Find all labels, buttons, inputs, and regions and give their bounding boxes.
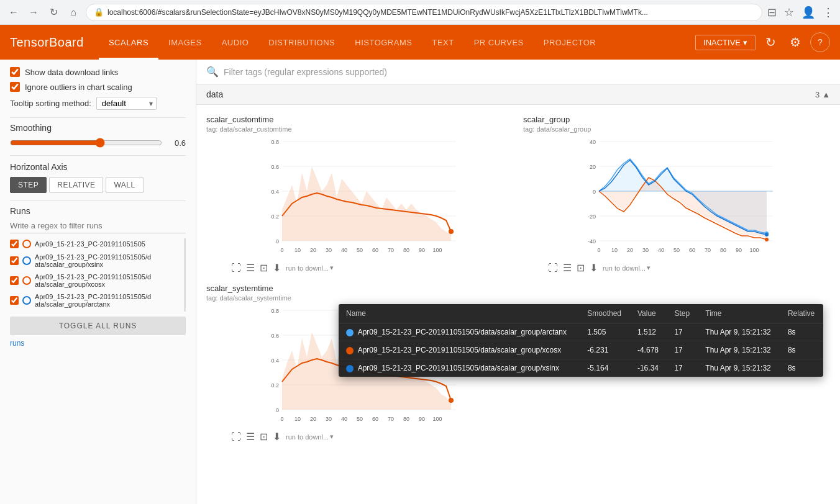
show-data-download-checkbox[interactable] [10, 67, 20, 77]
run-4-checkbox[interactable] [10, 296, 19, 305]
ignore-outliers-checkbox[interactable] [10, 82, 20, 92]
svg-text:20: 20 [310, 416, 316, 422]
filter-bar: 🔍 [196, 60, 840, 84]
svg-text:0: 0 [276, 407, 279, 413]
chart-3-download-button[interactable]: ⬇ [273, 431, 281, 443]
svg-text:10: 10 [611, 247, 618, 253]
chart-1-download-button[interactable]: ⬇ [273, 262, 281, 274]
nav-item-pr-curves[interactable]: PR CURVES [464, 25, 534, 60]
forward-button[interactable]: → [26, 5, 41, 20]
refresh-button[interactable]: ↻ [760, 32, 780, 52]
tooltip-sort-select[interactable]: default ascending descending nearest [96, 97, 157, 110]
smoothing-slider[interactable] [10, 138, 162, 148]
nav-item-projector[interactable]: PROJECTOR [534, 25, 606, 60]
svg-text:0.4: 0.4 [271, 189, 279, 195]
runs-footer[interactable]: runs [10, 339, 186, 348]
reload-button[interactable]: ↻ [46, 5, 61, 20]
run-1-checkbox[interactable] [10, 240, 19, 248]
run-3-checkbox[interactable] [10, 276, 19, 285]
nav-item-scalars[interactable]: SCALARS [99, 25, 158, 60]
section-collapse-icon[interactable]: ▲ [822, 90, 830, 99]
settings-button[interactable]: ⚙ [785, 32, 805, 52]
chart-2-run-download-icon: ▾ [647, 264, 651, 272]
h-axis-wall-button[interactable]: WALL [106, 177, 143, 193]
filter-input[interactable] [224, 67, 830, 77]
nav-item-images[interactable]: IMAGES [158, 25, 212, 60]
chart-2-actions: ⛶ ☰ ⊡ ⬇ run to downl... ▾ [523, 262, 830, 274]
chart-2-list-button[interactable]: ☰ [563, 262, 572, 274]
tooltip-row-3-value: -16.34 [630, 359, 667, 377]
chart-3-fit-button[interactable]: ⊡ [260, 431, 268, 443]
smoothing-section: Smoothing 0.6 [10, 123, 186, 148]
svg-text:0: 0 [280, 416, 283, 422]
h-axis-relative-button[interactable]: RELATIVE [49, 177, 103, 193]
help-button[interactable]: ? [810, 32, 830, 52]
svg-text:50: 50 [673, 247, 680, 253]
toggle-all-button[interactable]: TOGGLE ALL RUNS [10, 317, 186, 335]
svg-text:10: 10 [294, 247, 301, 253]
h-axis-step-button[interactable]: STEP [10, 177, 47, 193]
tooltip-header-value: Value [630, 304, 667, 323]
tooltip-row-2-relative: 8s [780, 341, 823, 359]
svg-point-45 [765, 238, 769, 241]
account-icon[interactable]: 👤 [801, 6, 815, 19]
nav-item-audio[interactable]: AUDIO [212, 25, 259, 60]
chart-2-run-download-label: run to downl... [603, 264, 646, 272]
inactive-dropdown-icon: ▾ [743, 38, 747, 47]
run-2-checkbox[interactable] [10, 256, 19, 265]
chart-2-download-button[interactable]: ⬇ [590, 262, 598, 274]
inactive-button[interactable]: INACTIVE ▾ [695, 35, 756, 50]
run-4-label: Apr09_15-21-23_PC-201911051505/data/scal… [35, 293, 151, 308]
svg-text:90: 90 [736, 247, 742, 253]
svg-text:80: 80 [403, 416, 409, 422]
chart-1-title: scalar_customtime [206, 115, 513, 124]
chart-2-fit-button[interactable]: ⊡ [577, 262, 585, 274]
run-3-label: Apr09_15-21-23_PC-201911051505/data/scal… [35, 273, 151, 288]
svg-text:-20: -20 [588, 214, 596, 220]
lock-icon: 🔒 [94, 7, 104, 17]
tooltip-row-2-dot [346, 347, 354, 354]
chart-1-actions: ⛶ ☰ ⊡ ⬇ run to downl... ▾ [206, 262, 513, 274]
run-1-label: Apr09_15-21-23_PC-201911051505 [35, 240, 145, 248]
run-item-4: Apr09_15-21-23_PC-201911051505/data/scal… [10, 292, 181, 309]
cast-icon[interactable]: ⊟ [767, 6, 777, 19]
svg-text:90: 90 [419, 416, 425, 422]
section-count-value: 3 [815, 90, 819, 99]
tooltip-row-2: Apr09_15-21-23_PC-201911051505/data/scal… [339, 341, 823, 359]
app-logo: TensorBoard [10, 35, 84, 50]
runs-filter-input[interactable] [10, 218, 186, 233]
chart-3-expand-button[interactable]: ⛶ [231, 431, 241, 443]
chart-1-fit-button[interactable]: ⊡ [260, 262, 268, 274]
svg-text:40: 40 [341, 247, 347, 253]
svg-text:30: 30 [326, 247, 332, 253]
nav-item-distributions[interactable]: DISTRIBUTIONS [258, 25, 345, 60]
svg-text:80: 80 [720, 247, 726, 253]
more-icon[interactable]: ⋮ [823, 6, 834, 19]
tooltip-row-3-relative: 8s [780, 359, 823, 377]
show-data-download-row[interactable]: Show data download links [10, 67, 186, 77]
svg-text:0.6: 0.6 [271, 333, 279, 339]
chart-1-run-download[interactable]: run to downl... ▾ [286, 264, 334, 272]
star-icon[interactable]: ☆ [784, 6, 794, 19]
back-button[interactable]: ← [6, 5, 21, 20]
nav-item-text[interactable]: TEXT [422, 25, 463, 60]
chart-2-run-download[interactable]: run to downl... ▾ [603, 264, 651, 272]
ignore-outliers-row[interactable]: Ignore outliers in chart scaling [10, 82, 186, 92]
browser-icons: ⊟ ☆ 👤 ⋮ [767, 6, 834, 19]
nav-item-histograms[interactable]: HISTOGRAMS [345, 25, 422, 60]
chart-3-run-download[interactable]: run to downl... ▾ [286, 433, 334, 441]
tooltip-row-2-step: 17 [667, 341, 698, 359]
svg-point-46 [765, 233, 769, 236]
chart-1-area: 0.8 0.6 0.4 0.2 0 0 10 20 30 40 50 60 70 [206, 135, 513, 259]
tooltip-row-3: Apr09_15-21-23_PC-201911051505/data/scal… [339, 359, 823, 377]
svg-text:30: 30 [326, 416, 332, 422]
chart-3-list-button[interactable]: ☰ [246, 431, 255, 443]
runs-list: Apr09_15-21-23_PC-201911051505 Apr09_15-… [10, 238, 186, 312]
chart-1-expand-button[interactable]: ⛶ [231, 263, 241, 274]
chart-1-list-button[interactable]: ☰ [246, 262, 255, 274]
address-bar[interactable]: 🔒 localhost:6006/#scalars&runSelectionSt… [86, 4, 762, 21]
home-button[interactable]: ⌂ [66, 5, 81, 20]
tooltip-sort-wrapper[interactable]: default ascending descending nearest [96, 97, 157, 110]
run-item-2: Apr09_15-21-23_PC-201911051505/data/scal… [10, 252, 181, 269]
chart-2-expand-button[interactable]: ⛶ [548, 263, 558, 274]
